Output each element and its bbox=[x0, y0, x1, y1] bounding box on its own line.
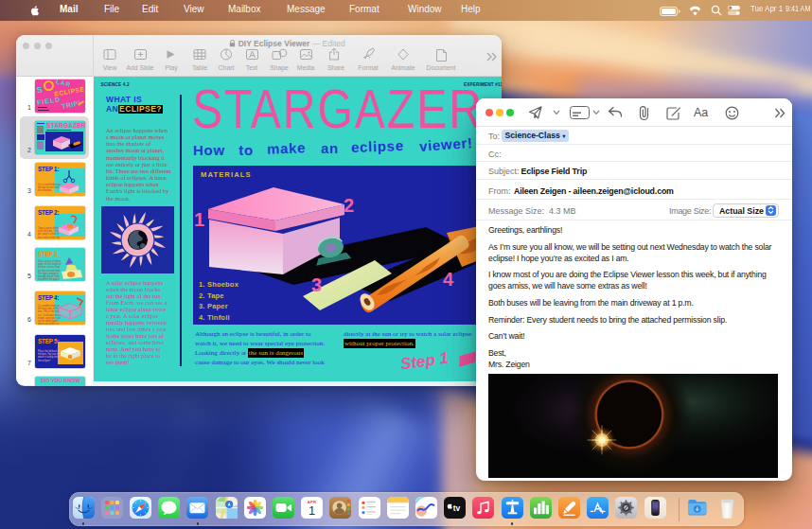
svg-text:tv: tv bbox=[453, 503, 461, 513]
svg-text:1: 1 bbox=[309, 503, 315, 518]
